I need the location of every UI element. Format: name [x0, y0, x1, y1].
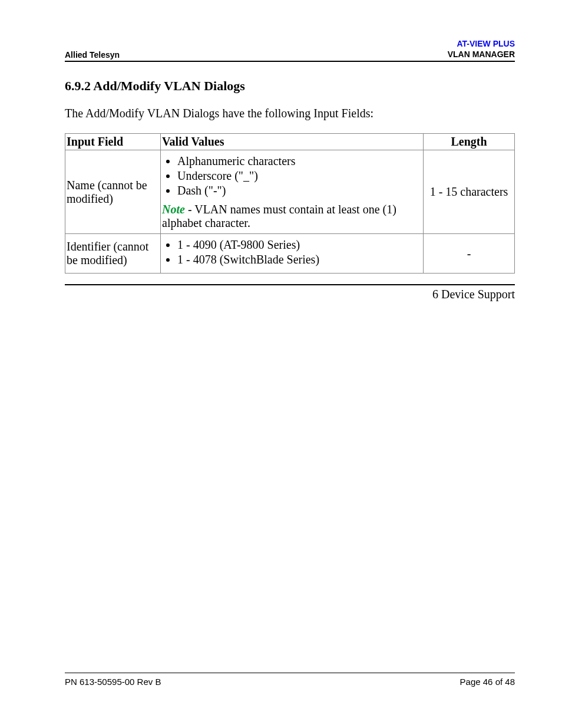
- cell-length: -: [424, 234, 515, 274]
- footer-left: PN 613-50595-00 Rev B: [65, 677, 161, 687]
- section-footer: 6 Device Support: [65, 288, 515, 301]
- header-product: AT-VIEW PLUS: [448, 38, 515, 49]
- section-intro: The Add/Modify VLAN Dialogs have the fol…: [65, 107, 515, 120]
- table-row: Identifier (cannot be modified) 1 - 4090…: [65, 234, 515, 274]
- section-rule: [65, 284, 515, 285]
- table-row: Name (cannot be modified) Alphanumeric c…: [65, 150, 515, 234]
- list-item: Alphanumeric characters: [177, 154, 422, 169]
- cell-valid-values: Alphanumeric characters Underscore ("_")…: [161, 150, 424, 234]
- col-header-length: Length: [424, 134, 515, 150]
- cell-input-field: Identifier (cannot be modified): [65, 234, 161, 274]
- header-right: AT-VIEW PLUS VLAN MANAGER: [448, 38, 515, 60]
- table-header-row: Input Field Valid Values Length: [65, 134, 515, 150]
- note-label: Note: [162, 203, 185, 216]
- list-item: 1 - 4078 (SwitchBlade Series): [177, 252, 422, 267]
- note-line: Note - VLAN names must contain at least …: [162, 203, 422, 230]
- page: Allied Telesyn AT-VIEW PLUS VLAN MANAGER…: [0, 0, 562, 728]
- cell-length: 1 - 15 characters: [424, 150, 515, 234]
- list-item: 1 - 4090 (AT-9800 Series): [177, 238, 422, 252]
- valid-values-list: Alphanumeric characters Underscore ("_")…: [162, 154, 422, 198]
- page-footer: PN 613-50595-00 Rev B Page 46 of 48: [65, 673, 515, 687]
- section-heading: 6.9.2 Add/Modify VLAN Dialogs: [65, 78, 515, 94]
- list-item: Dash ("-"): [177, 183, 422, 198]
- input-fields-table: Input Field Valid Values Length Name (ca…: [65, 133, 515, 274]
- page-header: Allied Telesyn AT-VIEW PLUS VLAN MANAGER: [65, 38, 515, 62]
- header-left: Allied Telesyn: [65, 50, 120, 60]
- list-item: Underscore ("_"): [177, 169, 422, 183]
- note-text: - VLAN names must contain at least one (…: [162, 203, 396, 229]
- valid-values-list: 1 - 4090 (AT-9800 Series) 1 - 4078 (Swit…: [162, 238, 422, 267]
- header-module: VLAN MANAGER: [448, 49, 515, 60]
- col-header-valid-values: Valid Values: [161, 134, 424, 150]
- footer-right: Page 46 of 48: [460, 677, 515, 687]
- cell-input-field: Name (cannot be modified): [65, 150, 161, 234]
- cell-valid-values: 1 - 4090 (AT-9800 Series) 1 - 4078 (Swit…: [161, 234, 424, 274]
- col-header-input-field: Input Field: [65, 134, 161, 150]
